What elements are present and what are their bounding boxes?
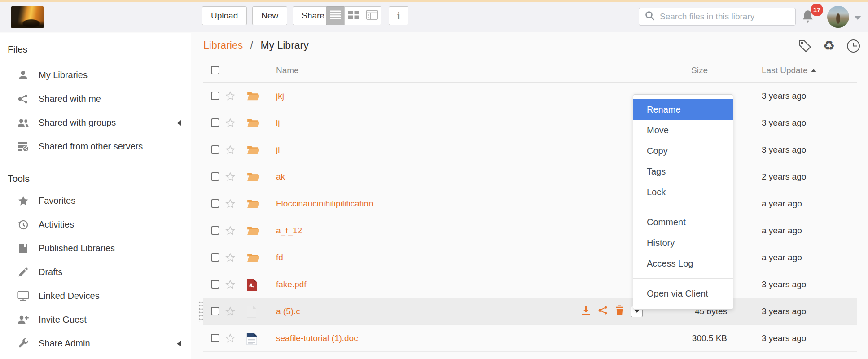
menu-item-move[interactable]: Move bbox=[633, 120, 733, 140]
file-name-link[interactable]: Floccinaucinihilipilification bbox=[276, 190, 373, 217]
sidebar-item-invite-guest[interactable]: Invite Guest bbox=[0, 308, 191, 332]
sidebar-item-shared-with-me[interactable]: Shared with me bbox=[0, 87, 191, 111]
history-clock-icon bbox=[17, 219, 29, 231]
row-checkbox[interactable] bbox=[211, 307, 219, 315]
file-name-link[interactable]: fd bbox=[276, 244, 283, 271]
sidebar-item-shared-from-other-servers[interactable]: Shared from other servers bbox=[0, 135, 191, 158]
table-row[interactable]: Floccinaucinihilipilification a year ago bbox=[203, 190, 857, 217]
sidebar-item-shared-with-groups[interactable]: Shared with groups bbox=[0, 111, 191, 135]
sidebar-item-label: Shared with me bbox=[39, 94, 101, 104]
view-mode-toggle bbox=[326, 6, 381, 25]
sidebar-item-share-admin[interactable]: Share Admin bbox=[0, 332, 191, 355]
file-icon bbox=[246, 306, 257, 320]
file-name-link[interactable]: seafile-tutorial (1).doc bbox=[276, 325, 358, 351]
sidebar-item-favorites[interactable]: Favorites bbox=[0, 189, 191, 213]
menu-item-tags[interactable]: Tags bbox=[633, 161, 733, 182]
sidebar-item-linked-devices[interactable]: Linked Devices bbox=[0, 284, 191, 308]
table-row[interactable]: fd a year ago bbox=[203, 244, 857, 271]
table-row[interactable]: a_f_12 a year ago bbox=[203, 217, 857, 244]
sidebar-item-label: Drafts bbox=[39, 267, 62, 277]
row-checkbox[interactable] bbox=[211, 253, 219, 262]
row-checkbox[interactable] bbox=[211, 118, 219, 127]
size-column-header[interactable]: Size bbox=[691, 58, 708, 82]
new-button[interactable]: New bbox=[252, 6, 287, 25]
table-row[interactable]: ak 2 years ago bbox=[203, 163, 857, 190]
menu-item-open-via-client[interactable]: Open via Client bbox=[633, 283, 733, 304]
download-icon[interactable] bbox=[581, 305, 591, 318]
menu-item-comment[interactable]: Comment bbox=[633, 212, 733, 232]
tags-icon[interactable] bbox=[797, 38, 812, 53]
row-checkbox[interactable] bbox=[211, 172, 219, 181]
menu-item-access-log[interactable]: Access Log bbox=[633, 253, 733, 274]
list-view-button[interactable] bbox=[326, 6, 345, 25]
table-row-hovered[interactable]: a (5).c 45 bytes 3 years ago bbox=[203, 298, 857, 325]
table-row[interactable]: fake.pdf 3 years ago bbox=[203, 271, 857, 298]
favorite-star-icon[interactable] bbox=[225, 171, 236, 184]
row-checkbox[interactable] bbox=[211, 226, 219, 235]
menu-divider bbox=[633, 278, 733, 279]
menu-item-lock[interactable]: Lock bbox=[633, 182, 733, 202]
file-size: 300.5 KB bbox=[628, 325, 727, 351]
row-checkbox[interactable] bbox=[211, 145, 219, 154]
file-name-link[interactable]: a_f_12 bbox=[276, 217, 302, 244]
sidebar-item-published-libraries[interactable]: Published Libraries bbox=[0, 236, 191, 260]
collapse-left-icon[interactable] bbox=[177, 120, 181, 126]
favorite-star-icon[interactable] bbox=[225, 252, 236, 265]
favorite-star-icon[interactable] bbox=[225, 225, 236, 238]
file-name-link[interactable]: jl bbox=[276, 136, 280, 163]
row-checkbox[interactable] bbox=[211, 280, 219, 289]
trash-recycle-icon[interactable]: ♻ bbox=[821, 38, 837, 53]
avatar[interactable] bbox=[827, 6, 849, 28]
sidebar-item-label: Published Libraries bbox=[39, 243, 115, 254]
breadcrumb-libraries-link[interactable]: Libraries bbox=[203, 39, 243, 51]
sidebar-item-label: Shared from other servers bbox=[39, 141, 143, 152]
file-name-link[interactable]: ak bbox=[276, 163, 285, 190]
row-checkbox[interactable] bbox=[211, 334, 219, 342]
breadcrumb-current: My Library bbox=[260, 39, 308, 51]
menu-item-rename[interactable]: Rename bbox=[633, 99, 733, 120]
star-icon bbox=[17, 195, 29, 207]
server-logo[interactable] bbox=[11, 6, 44, 28]
file-name-link[interactable]: lj bbox=[276, 109, 280, 136]
drag-handle-icon[interactable] bbox=[198, 301, 203, 322]
table-row[interactable]: lj 3 years ago bbox=[203, 109, 857, 136]
sidebar-item-label: Linked Devices bbox=[39, 291, 100, 301]
name-column-header[interactable]: Name bbox=[276, 58, 299, 82]
favorite-star-icon[interactable] bbox=[225, 333, 236, 346]
notification-count-badge: 17 bbox=[811, 4, 823, 16]
select-all-checkbox[interactable] bbox=[211, 66, 219, 74]
delete-icon[interactable] bbox=[615, 305, 624, 318]
grid-view-button[interactable] bbox=[344, 6, 363, 25]
table-row[interactable]: seafile-tutorial (1).doc 300.5 KB 3 year… bbox=[203, 325, 857, 352]
history-icon[interactable] bbox=[846, 38, 861, 53]
detail-view-button[interactable] bbox=[363, 6, 381, 25]
table-row[interactable]: jl 3 years ago bbox=[203, 136, 857, 163]
row-checkbox[interactable] bbox=[211, 92, 219, 100]
account-menu-caret-icon[interactable] bbox=[854, 16, 861, 20]
share-icon[interactable] bbox=[598, 305, 608, 318]
last-update: a year ago bbox=[762, 190, 802, 217]
row-checkbox[interactable] bbox=[211, 199, 219, 208]
favorite-star-icon[interactable] bbox=[225, 279, 236, 292]
menu-item-copy[interactable]: Copy bbox=[633, 140, 733, 161]
upload-button[interactable]: Upload bbox=[202, 6, 247, 25]
collapse-left-icon[interactable] bbox=[177, 341, 181, 346]
folder-icon bbox=[246, 90, 260, 104]
sidebar-item-my-libraries[interactable]: My Libraries bbox=[0, 63, 191, 87]
folder-icon bbox=[246, 144, 260, 158]
favorite-star-icon[interactable] bbox=[225, 198, 236, 211]
favorite-star-icon[interactable] bbox=[225, 91, 236, 104]
file-name-link[interactable]: jkj bbox=[276, 83, 284, 109]
favorite-star-icon[interactable] bbox=[225, 144, 236, 158]
favorite-star-icon[interactable] bbox=[225, 118, 236, 131]
file-name-link[interactable]: a (5).c bbox=[276, 298, 300, 324]
info-button[interactable]: i bbox=[389, 6, 408, 25]
file-name-link[interactable]: fake.pdf bbox=[276, 271, 307, 298]
menu-item-history[interactable]: History bbox=[633, 232, 733, 253]
table-row[interactable]: jkj 3 years ago bbox=[203, 83, 857, 109]
sidebar-item-drafts[interactable]: Drafts bbox=[0, 260, 191, 284]
favorite-star-icon[interactable] bbox=[225, 306, 236, 319]
last-update-column-header[interactable]: Last Update bbox=[762, 58, 816, 82]
sidebar-item-activities[interactable]: Activities bbox=[0, 213, 191, 236]
search-input[interactable] bbox=[660, 12, 790, 22]
